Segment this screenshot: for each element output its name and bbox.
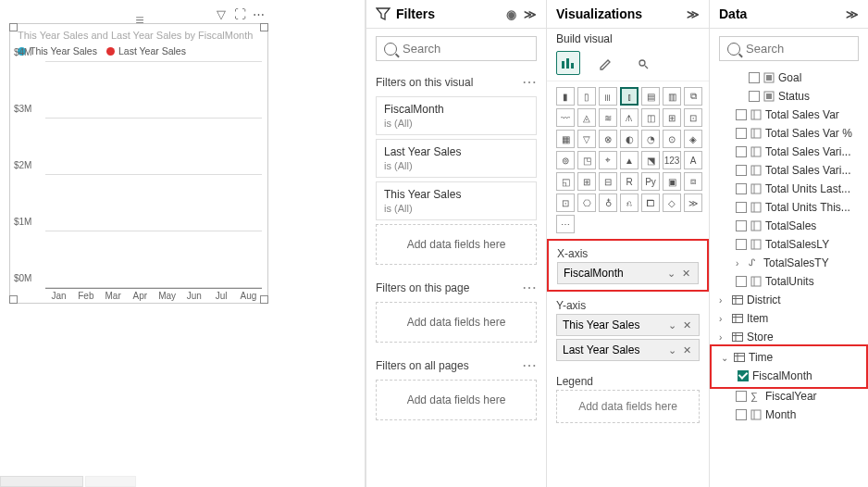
field-row[interactable]: Month: [712, 406, 866, 424]
field-pill-fiscalmonth[interactable]: FiscalMonth ⌄ ✕: [557, 262, 699, 284]
field-row-fiscalmonth[interactable]: FiscalMonth: [713, 367, 864, 385]
viz-type-icon[interactable]: ⧉: [684, 87, 702, 106]
table-row[interactable]: ›Item: [712, 309, 866, 328]
filter-card[interactable]: Last Year Salesis (All): [376, 139, 537, 178]
build-visual-tab[interactable]: [556, 51, 580, 75]
viz-type-icon[interactable]: ▦: [556, 130, 575, 148]
viz-type-icon[interactable]: ▽: [577, 130, 596, 148]
filter-icon[interactable]: ▽: [214, 6, 229, 21]
focus-mode-icon[interactable]: ⛶: [232, 6, 247, 21]
checkbox[interactable]: [738, 370, 749, 381]
remove-field-icon[interactable]: ✕: [683, 319, 693, 331]
y-axis-well[interactable]: Y-axis This Year Sales ⌄ ✕ Last Year Sal…: [547, 292, 709, 368]
viz-type-icon[interactable]: Py: [641, 172, 660, 191]
viz-type-icon[interactable]: ⧈: [684, 172, 702, 191]
page-tab[interactable]: [0, 476, 83, 487]
add-page-filter-dropzone[interactable]: Add data fields here: [376, 302, 537, 343]
viz-type-icon[interactable]: ◔: [641, 130, 660, 148]
viz-type-icon[interactable]: ⊡: [556, 194, 575, 212]
viz-type-icon[interactable]: ▣: [663, 172, 681, 191]
viz-type-icon[interactable]: ⊗: [599, 130, 617, 148]
field-row[interactable]: TotalUnits: [712, 272, 866, 291]
resize-handle[interactable]: [260, 295, 268, 304]
remove-field-icon[interactable]: ✕: [683, 344, 693, 356]
field-row[interactable]: Status: [712, 87, 866, 106]
page-tab[interactable]: [85, 476, 136, 487]
checkbox[interactable]: [749, 72, 760, 83]
chevron-down-icon[interactable]: ⌄: [668, 344, 678, 356]
checkbox[interactable]: [736, 202, 747, 213]
collapse-pane-icon[interactable]: ≫: [687, 7, 700, 21]
viz-type-icon[interactable]: ▲: [620, 151, 639, 169]
field-row[interactable]: Total Sales Var: [712, 106, 866, 124]
filters-search-input[interactable]: Search: [376, 36, 537, 61]
checkbox[interactable]: [736, 220, 747, 231]
add-visual-filter-dropzone[interactable]: Add data fields here: [376, 224, 537, 265]
viz-type-icon[interactable]: ◐: [620, 130, 639, 148]
viz-type-icon[interactable]: ◳: [577, 151, 596, 169]
more-icon[interactable]: ⋯: [522, 78, 537, 87]
viz-type-icon[interactable]: ⎌: [620, 194, 639, 212]
checkbox[interactable]: [736, 239, 747, 250]
viz-type-icon[interactable]: ◱: [556, 172, 575, 191]
viz-type-icon[interactable]: ▮: [556, 87, 575, 106]
viz-type-icon[interactable]: ⫿: [620, 87, 639, 106]
viz-type-icon[interactable]: ⊡: [684, 108, 702, 127]
visual-card[interactable]: ≡ ▽ ⛶ ⋯ This Year Sales and Last Year Sa…: [9, 23, 268, 304]
checkbox[interactable]: [736, 146, 747, 157]
resize-handle[interactable]: [9, 23, 18, 31]
viz-type-icon[interactable]: ◫: [641, 108, 660, 127]
more-options-icon[interactable]: ⋯: [251, 6, 266, 21]
chart-plot-area[interactable]: $0M$1M$2M$3M$4M: [45, 62, 262, 289]
more-icon[interactable]: ⋯: [522, 283, 537, 293]
collapse-pane-icon[interactable]: ≫: [846, 7, 859, 21]
viz-type-icon[interactable]: ≋: [599, 108, 617, 127]
field-row[interactable]: Total Units This...: [712, 198, 866, 217]
viz-type-icon[interactable]: A: [684, 151, 702, 169]
checkbox[interactable]: [736, 165, 747, 176]
viz-type-icon[interactable]: ⊞: [663, 108, 681, 127]
analytics-tab[interactable]: [630, 51, 654, 75]
table-row[interactable]: ›Store: [712, 328, 866, 346]
field-row[interactable]: TotalSalesLY: [712, 235, 866, 254]
checkbox[interactable]: [736, 391, 747, 402]
legend-well[interactable]: Legend Add data fields here: [547, 368, 709, 427]
viz-type-icon[interactable]: ⊙: [663, 130, 681, 148]
collapse-pane-icon[interactable]: ≫: [524, 7, 537, 21]
table-row[interactable]: ›District: [712, 291, 866, 309]
checkbox[interactable]: [736, 183, 747, 194]
viz-type-icon[interactable]: ⊞: [577, 172, 596, 191]
viz-type-icon[interactable]: ▤: [641, 87, 660, 106]
viz-type-icon[interactable]: ▯: [577, 87, 596, 106]
viz-type-icon[interactable]: ⊚: [556, 151, 575, 169]
field-pill-thisyear[interactable]: This Year Sales ⌄ ✕: [556, 314, 700, 336]
viz-type-icon[interactable]: ⩚: [620, 108, 639, 127]
field-row[interactable]: ›ᔑTotalSalesTY: [712, 254, 866, 272]
viz-type-icon[interactable]: ⧠: [641, 194, 660, 212]
filter-card[interactable]: This Year Salesis (All): [376, 181, 537, 220]
viz-type-icon[interactable]: ⫼: [599, 87, 617, 106]
resize-handle[interactable]: [9, 295, 18, 304]
checkbox[interactable]: [736, 128, 747, 139]
field-row[interactable]: ∑FiscalYear: [712, 387, 866, 406]
x-axis-well[interactable]: X-axis FiscalMonth ⌄ ✕: [547, 239, 709, 292]
checkbox[interactable]: [749, 91, 760, 102]
field-row[interactable]: Total Sales Var %: [712, 124, 866, 143]
viz-type-icon[interactable]: 〰: [556, 108, 575, 127]
viz-type-icon[interactable]: ⋯: [556, 215, 575, 233]
checkbox[interactable]: [736, 276, 747, 287]
viz-type-icon[interactable]: ◈: [684, 130, 702, 148]
viz-type-icon[interactable]: R: [620, 172, 639, 191]
remove-field-icon[interactable]: ✕: [682, 268, 692, 279]
checkbox[interactable]: [736, 109, 747, 120]
report-canvas[interactable]: ≡ ▽ ⛶ ⋯ This Year Sales and Last Year Sa…: [0, 0, 366, 487]
viz-type-icon[interactable]: ⎔: [577, 194, 596, 212]
field-row[interactable]: Goal: [712, 69, 866, 87]
viz-type-icon[interactable]: 123: [663, 151, 681, 169]
viz-type-icon[interactable]: ▥: [663, 87, 681, 106]
viz-type-icon[interactable]: ⌖: [599, 151, 617, 169]
resize-handle[interactable]: [260, 23, 268, 31]
drag-handle-icon[interactable]: ≡: [127, 12, 151, 23]
field-row[interactable]: TotalSales: [712, 217, 866, 235]
visibility-icon[interactable]: ◉: [506, 7, 516, 21]
